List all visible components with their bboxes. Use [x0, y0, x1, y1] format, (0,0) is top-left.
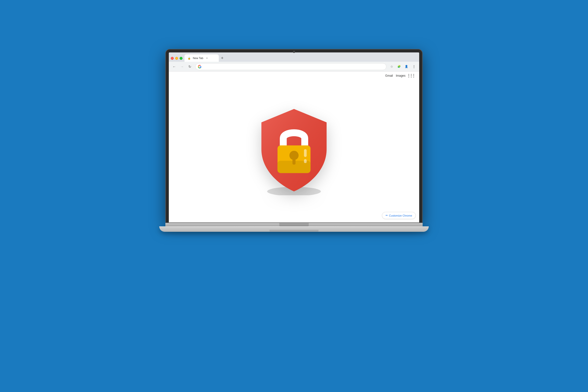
- page-content-area: [169, 80, 419, 222]
- chrome-titlebar: 🔒 New Tab × +: [169, 52, 419, 62]
- tab-title: New Tab: [193, 56, 203, 60]
- bookmark-icon: ☆: [390, 65, 393, 68]
- security-shield-icon: [255, 107, 333, 195]
- customize-chrome-label: Customize Chrome: [389, 214, 412, 217]
- laptop-screen-inner: 🔒 New Tab × + ← → ↻: [169, 52, 419, 222]
- laptop-hinge: [166, 223, 422, 226]
- puzzle-icon: 🧩: [398, 65, 401, 68]
- profile-button[interactable]: 👤: [403, 63, 410, 70]
- maximize-window-button[interactable]: [180, 57, 182, 60]
- more-menu-icon: ⋮: [412, 65, 416, 68]
- laptop-mockup: 🔒 New Tab × + ← → ↻: [159, 49, 429, 343]
- svg-rect-4: [292, 158, 296, 165]
- laptop-bottom: [159, 226, 429, 232]
- google-favicon: [198, 65, 202, 68]
- reload-button[interactable]: ↻: [186, 63, 193, 70]
- back-button[interactable]: ←: [171, 63, 178, 70]
- gmail-link[interactable]: Gmail: [385, 74, 393, 78]
- bookmark-button[interactable]: ☆: [388, 63, 395, 70]
- close-window-button[interactable]: [171, 57, 174, 60]
- tab-close-button[interactable]: ×: [205, 56, 209, 60]
- laptop-base: [159, 223, 429, 230]
- window-controls: [171, 57, 182, 62]
- menu-button[interactable]: ⋮: [410, 63, 417, 70]
- svg-rect-5: [304, 149, 307, 157]
- profile-icon: 👤: [405, 65, 408, 68]
- svg-rect-6: [304, 159, 307, 163]
- laptop-camera: [293, 50, 295, 53]
- forward-button[interactable]: →: [178, 63, 186, 70]
- toolbar-actions: ☆ 🧩 👤 ⋮: [388, 63, 417, 70]
- images-link[interactable]: Images: [396, 74, 406, 78]
- forward-icon: →: [180, 65, 184, 68]
- tab-bar: 🔒 New Tab × +: [184, 54, 417, 62]
- back-icon: ←: [172, 65, 176, 68]
- chrome-top-links: Gmail Images: [169, 72, 419, 80]
- minimize-window-button[interactable]: [175, 57, 178, 60]
- customize-chrome-button[interactable]: ✏ Customize Chrome: [382, 212, 416, 219]
- pencil-icon: ✏: [386, 214, 388, 217]
- laptop-screen-outer: 🔒 New Tab × + ← → ↻: [166, 49, 422, 223]
- chrome-toolbar: ← → ↻ ☆: [169, 62, 419, 72]
- address-bar[interactable]: [195, 63, 386, 70]
- extensions-button[interactable]: 🧩: [396, 63, 402, 70]
- reload-icon: ↻: [188, 65, 191, 68]
- new-tab-button[interactable]: +: [219, 55, 226, 62]
- tab-favicon: 🔒: [188, 56, 191, 60]
- active-tab[interactable]: 🔒 New Tab ×: [184, 54, 219, 62]
- google-apps-button[interactable]: [408, 74, 415, 78]
- chrome-page-content: Gmail Images: [169, 72, 419, 222]
